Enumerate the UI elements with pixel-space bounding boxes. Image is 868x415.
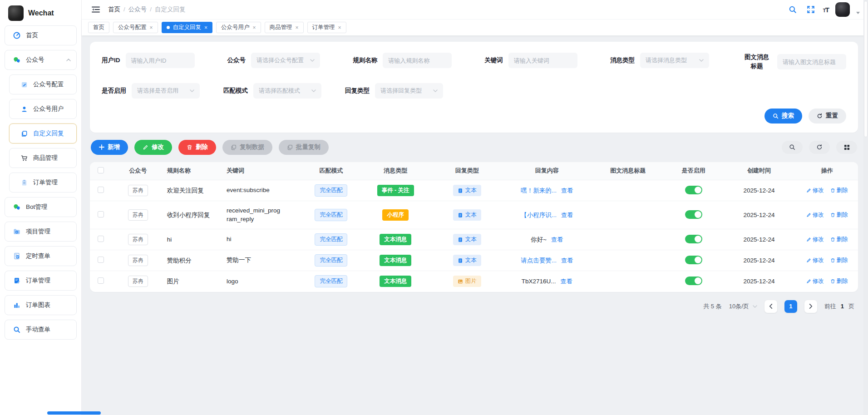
breadcrumb: 首页/公众号/自定义回复 bbox=[108, 5, 186, 14]
row-checkbox[interactable] bbox=[98, 187, 104, 193]
vertical-scrollbar[interactable] bbox=[863, 0, 868, 415]
row-delete-link[interactable]: 删除 bbox=[830, 277, 848, 285]
copy-data-button[interactable]: 复制数据 bbox=[222, 140, 272, 155]
user-avatar[interactable] bbox=[835, 2, 850, 17]
view-link[interactable]: 查看 bbox=[561, 187, 573, 194]
row-delete-link[interactable]: 删除 bbox=[830, 257, 848, 264]
batch-copy-button[interactable]: 批量复制 bbox=[279, 140, 329, 155]
font-size-icon[interactable]: TT bbox=[823, 6, 829, 14]
row-checkbox[interactable] bbox=[98, 236, 104, 242]
sidebar-item-scheduled-query[interactable]: 定时查单 bbox=[5, 246, 77, 266]
reply-type-tag: 文本 bbox=[453, 234, 481, 245]
sidebar-item-manual-query[interactable]: 手动查单 bbox=[5, 320, 77, 340]
prev-page-button[interactable] bbox=[764, 300, 777, 313]
sidebar-item-home[interactable]: 首页 bbox=[5, 25, 77, 45]
reply-content[interactable]: 请点击要赞... bbox=[521, 257, 557, 264]
goto-page-input[interactable]: 1 bbox=[841, 303, 844, 310]
table-layout-button[interactable] bbox=[836, 141, 857, 154]
news-title-input[interactable] bbox=[777, 54, 846, 69]
collapse-sidebar-icon[interactable] bbox=[90, 4, 102, 15]
sidebar-item-bot[interactable]: Bot管理 bbox=[5, 197, 77, 217]
sidebar: Wechat 首页 公众号 公众号配置 bbox=[0, 0, 82, 415]
match-mode-tag: 完全匹配 bbox=[315, 275, 347, 287]
tab-home[interactable]: 首页 bbox=[88, 22, 109, 33]
enabled-toggle[interactable] bbox=[685, 186, 702, 194]
sidebar-item-orders-sub[interactable]: 订单管理 bbox=[9, 173, 77, 193]
global-search-icon[interactable] bbox=[787, 4, 799, 15]
row-edit-link[interactable]: 修改 bbox=[806, 211, 824, 219]
view-link[interactable]: 查看 bbox=[551, 236, 563, 243]
page-size-select[interactable]: 10条/页 bbox=[729, 302, 757, 311]
next-page-button[interactable] bbox=[804, 300, 817, 313]
message-type-select[interactable]: 请选择消息类型 bbox=[640, 53, 709, 68]
close-icon[interactable]: × bbox=[150, 25, 153, 31]
search-button[interactable]: 搜索 bbox=[764, 109, 802, 124]
breadcrumb-home[interactable]: 首页 bbox=[108, 6, 120, 13]
sidebar-item-order-charts[interactable]: 订单图表 bbox=[5, 295, 77, 315]
reply-type-select[interactable]: 请选择回复类型 bbox=[375, 83, 443, 99]
edit-button[interactable]: 修改 bbox=[134, 140, 172, 155]
enabled-select[interactable]: 请选择是否启用 bbox=[132, 83, 200, 99]
enabled-toggle[interactable] bbox=[685, 235, 702, 243]
rule-name-input[interactable] bbox=[383, 53, 452, 68]
table-search-button[interactable] bbox=[782, 141, 803, 154]
close-icon[interactable]: × bbox=[296, 25, 299, 31]
sidebar-item-custom-reply[interactable]: 自定义回复 bbox=[9, 124, 77, 143]
message-type-tag: 小程序 bbox=[382, 209, 409, 221]
vertical-scrollbar-thumb[interactable] bbox=[864, 1, 868, 137]
tab-custom-reply[interactable]: 自定义回复× bbox=[162, 22, 213, 33]
user-id-input[interactable] bbox=[126, 53, 195, 68]
user-menu-caret-icon[interactable] bbox=[856, 12, 860, 14]
tab-goods[interactable]: 商品管理× bbox=[265, 22, 304, 33]
row-checkbox[interactable] bbox=[98, 257, 104, 263]
enabled-toggle[interactable] bbox=[685, 210, 702, 219]
table-toolbar: 新增 修改 删除 复制数据 批量复制 bbox=[91, 140, 857, 155]
fullscreen-icon[interactable] bbox=[805, 4, 817, 15]
view-link[interactable]: 查看 bbox=[561, 278, 572, 285]
enabled-toggle[interactable] bbox=[685, 256, 702, 264]
view-link[interactable]: 查看 bbox=[561, 257, 573, 264]
tab-account-users[interactable]: 公众号用户× bbox=[216, 22, 261, 33]
close-icon[interactable]: × bbox=[204, 25, 207, 31]
view-link[interactable]: 查看 bbox=[561, 212, 573, 218]
row-checkbox[interactable] bbox=[98, 211, 104, 217]
row-edit-link[interactable]: 修改 bbox=[806, 187, 824, 194]
row-edit-link[interactable]: 修改 bbox=[806, 257, 824, 264]
table-refresh-button[interactable] bbox=[809, 141, 830, 154]
horizontal-scrollbar-thumb[interactable] bbox=[47, 411, 101, 415]
row-delete-link[interactable]: 删除 bbox=[830, 236, 848, 243]
page-number-button[interactable]: 1 bbox=[784, 300, 797, 313]
clipboard-icon bbox=[20, 179, 28, 186]
tab-bar: 首页 公众号配置× 自定义回复× 公众号用户× 商品管理× 订单管理× bbox=[82, 19, 868, 35]
tab-orders[interactable]: 订单管理× bbox=[307, 22, 346, 33]
close-icon[interactable]: × bbox=[253, 25, 256, 31]
sidebar-item-projects[interactable]: 项目管理 bbox=[5, 222, 77, 242]
reply-content[interactable]: 【小程序识... bbox=[521, 212, 557, 218]
sidebar-item-official-account[interactable]: 公众号 bbox=[5, 50, 77, 70]
row-edit-link[interactable]: 修改 bbox=[806, 236, 824, 243]
tab-account-config[interactable]: 公众号配置× bbox=[113, 22, 158, 33]
filter-label: 公众号 bbox=[227, 56, 246, 64]
sidebar-item-goods[interactable]: 商品管理 bbox=[9, 148, 77, 168]
enabled-toggle[interactable] bbox=[685, 277, 702, 285]
match-mode-select[interactable]: 请选择匹配模式 bbox=[253, 83, 321, 99]
select-all-checkbox[interactable] bbox=[98, 167, 104, 173]
reset-button[interactable]: 重置 bbox=[809, 109, 846, 124]
account-select[interactable]: 请选择公众号配置 bbox=[251, 53, 320, 68]
reply-content[interactable]: 嘿！新来的... bbox=[521, 187, 557, 194]
match-mode-tag: 完全匹配 bbox=[315, 254, 347, 267]
sidebar-item-orders[interactable]: 订单管理 bbox=[5, 271, 77, 291]
close-icon[interactable]: × bbox=[338, 25, 341, 31]
row-edit-link[interactable]: 修改 bbox=[806, 277, 824, 285]
sidebar-item-account-users[interactable]: 公众号用户 bbox=[9, 99, 77, 119]
row-delete-link[interactable]: 删除 bbox=[830, 187, 848, 194]
row-delete-link[interactable]: 删除 bbox=[830, 211, 848, 219]
add-button[interactable]: 新增 bbox=[91, 140, 128, 155]
keyword-input[interactable] bbox=[508, 53, 577, 68]
row-checkbox[interactable] bbox=[98, 277, 104, 284]
dashboard-icon bbox=[13, 32, 20, 39]
delete-button[interactable]: 删除 bbox=[178, 140, 216, 155]
breadcrumb-account[interactable]: 公众号 bbox=[128, 6, 147, 13]
sidebar-item-account-config[interactable]: 公众号配置 bbox=[9, 74, 77, 94]
reply-type-tag: 文本 bbox=[453, 255, 481, 266]
